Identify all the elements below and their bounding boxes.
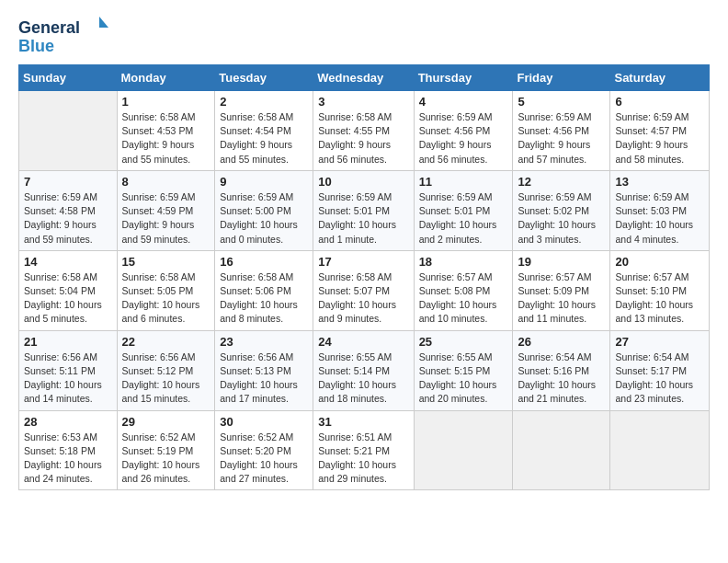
day-info: Sunrise: 6:58 AMSunset: 4:53 PMDaylight:… bbox=[122, 110, 210, 167]
calendar-cell: 20Sunrise: 6:57 AMSunset: 5:10 PMDayligh… bbox=[610, 250, 710, 330]
weekday-header-sunday: Sunday bbox=[19, 65, 118, 91]
calendar-cell: 10Sunrise: 6:59 AMSunset: 5:01 PMDayligh… bbox=[313, 170, 414, 250]
day-number: 21 bbox=[24, 335, 112, 349]
logo-svg: General Blue bbox=[18, 15, 110, 55]
day-info: Sunrise: 6:59 AMSunset: 4:57 PMDaylight:… bbox=[615, 110, 704, 167]
calendar-body: 1Sunrise: 6:58 AMSunset: 4:53 PMDaylight… bbox=[19, 91, 710, 490]
day-number: 5 bbox=[518, 95, 605, 109]
logo-wrapper: General Blue bbox=[18, 15, 110, 55]
day-number: 7 bbox=[24, 175, 112, 189]
day-number: 12 bbox=[518, 175, 605, 189]
calendar-cell: 27Sunrise: 6:54 AMSunset: 5:17 PMDayligh… bbox=[610, 330, 710, 410]
day-info: Sunrise: 6:59 AMSunset: 5:03 PMDaylight:… bbox=[615, 190, 704, 247]
day-info: Sunrise: 6:51 AMSunset: 5:21 PMDaylight:… bbox=[318, 431, 408, 487]
day-info: Sunrise: 6:59 AMSunset: 4:58 PMDaylight:… bbox=[24, 190, 112, 247]
day-info: Sunrise: 6:54 AMSunset: 5:17 PMDaylight:… bbox=[615, 350, 704, 407]
day-number: 22 bbox=[122, 335, 210, 349]
calendar-cell: 9Sunrise: 6:59 AMSunset: 5:00 PMDaylight… bbox=[215, 170, 313, 250]
day-info: Sunrise: 6:52 AMSunset: 5:19 PMDaylight:… bbox=[122, 431, 210, 487]
weekday-row: SundayMondayTuesdayWednesdayThursdayFrid… bbox=[19, 65, 710, 91]
day-number: 25 bbox=[419, 335, 508, 349]
day-info: Sunrise: 6:59 AMSunset: 4:59 PMDaylight:… bbox=[122, 190, 210, 247]
day-number: 6 bbox=[615, 95, 704, 109]
calendar-cell: 15Sunrise: 6:58 AMSunset: 5:05 PMDayligh… bbox=[117, 250, 215, 330]
calendar-cell bbox=[610, 410, 710, 490]
day-info: Sunrise: 6:59 AMSunset: 5:01 PMDaylight:… bbox=[419, 190, 508, 247]
weekday-header-thursday: Thursday bbox=[414, 65, 513, 91]
calendar-cell: 31Sunrise: 6:51 AMSunset: 5:21 PMDayligh… bbox=[313, 410, 414, 490]
calendar-cell: 14Sunrise: 6:58 AMSunset: 5:04 PMDayligh… bbox=[19, 250, 118, 330]
calendar-cell: 25Sunrise: 6:55 AMSunset: 5:15 PMDayligh… bbox=[414, 330, 513, 410]
day-info: Sunrise: 6:58 AMSunset: 5:05 PMDaylight:… bbox=[122, 270, 210, 327]
calendar-cell: 6Sunrise: 6:59 AMSunset: 4:57 PMDaylight… bbox=[610, 91, 710, 171]
calendar-cell: 3Sunrise: 6:58 AMSunset: 4:55 PMDaylight… bbox=[313, 91, 414, 171]
calendar-cell: 18Sunrise: 6:57 AMSunset: 5:08 PMDayligh… bbox=[414, 250, 513, 330]
calendar-cell: 5Sunrise: 6:59 AMSunset: 4:56 PMDaylight… bbox=[513, 91, 610, 171]
calendar-cell: 19Sunrise: 6:57 AMSunset: 5:09 PMDayligh… bbox=[513, 250, 610, 330]
weekday-header-monday: Monday bbox=[117, 65, 215, 91]
svg-marker-1 bbox=[99, 17, 108, 28]
day-number: 20 bbox=[615, 255, 704, 269]
day-info: Sunrise: 6:58 AMSunset: 5:04 PMDaylight:… bbox=[24, 270, 112, 327]
day-number: 4 bbox=[419, 95, 508, 109]
day-info: Sunrise: 6:54 AMSunset: 5:16 PMDaylight:… bbox=[518, 350, 605, 407]
calendar-cell bbox=[19, 91, 118, 171]
svg-text:General: General bbox=[18, 18, 80, 37]
day-number: 1 bbox=[122, 95, 210, 109]
day-number: 10 bbox=[318, 175, 408, 189]
day-number: 26 bbox=[518, 335, 605, 349]
day-number: 27 bbox=[615, 335, 704, 349]
calendar-cell: 30Sunrise: 6:52 AMSunset: 5:20 PMDayligh… bbox=[215, 410, 313, 490]
calendar-header: SundayMondayTuesdayWednesdayThursdayFrid… bbox=[19, 65, 710, 91]
day-info: Sunrise: 6:56 AMSunset: 5:13 PMDaylight:… bbox=[220, 350, 308, 407]
day-number: 29 bbox=[122, 415, 210, 429]
calendar-cell: 23Sunrise: 6:56 AMSunset: 5:13 PMDayligh… bbox=[215, 330, 313, 410]
logo: General Blue bbox=[18, 15, 110, 55]
calendar-cell: 1Sunrise: 6:58 AMSunset: 4:53 PMDaylight… bbox=[117, 91, 215, 171]
calendar-cell: 2Sunrise: 6:58 AMSunset: 4:54 PMDaylight… bbox=[215, 91, 313, 171]
day-number: 14 bbox=[24, 255, 112, 269]
calendar-cell: 26Sunrise: 6:54 AMSunset: 5:16 PMDayligh… bbox=[513, 330, 610, 410]
day-number: 23 bbox=[220, 335, 308, 349]
day-info: Sunrise: 6:55 AMSunset: 5:15 PMDaylight:… bbox=[419, 350, 508, 407]
calendar-cell bbox=[414, 410, 513, 490]
day-info: Sunrise: 6:59 AMSunset: 5:01 PMDaylight:… bbox=[318, 190, 408, 247]
header: General Blue bbox=[18, 15, 710, 55]
day-number: 24 bbox=[318, 335, 408, 349]
weekday-header-friday: Friday bbox=[513, 65, 610, 91]
calendar-cell: 16Sunrise: 6:58 AMSunset: 5:06 PMDayligh… bbox=[215, 250, 313, 330]
calendar-cell: 12Sunrise: 6:59 AMSunset: 5:02 PMDayligh… bbox=[513, 170, 610, 250]
day-info: Sunrise: 6:58 AMSunset: 4:55 PMDaylight:… bbox=[318, 110, 408, 167]
day-info: Sunrise: 6:53 AMSunset: 5:18 PMDaylight:… bbox=[24, 431, 112, 487]
week-row-2: 7Sunrise: 6:59 AMSunset: 4:58 PMDaylight… bbox=[19, 170, 710, 250]
calendar-cell bbox=[513, 410, 610, 490]
day-number: 16 bbox=[220, 255, 308, 269]
calendar-cell: 21Sunrise: 6:56 AMSunset: 5:11 PMDayligh… bbox=[19, 330, 118, 410]
day-number: 15 bbox=[122, 255, 210, 269]
day-number: 28 bbox=[24, 415, 112, 429]
day-info: Sunrise: 6:57 AMSunset: 5:10 PMDaylight:… bbox=[615, 270, 704, 327]
day-info: Sunrise: 6:58 AMSunset: 5:07 PMDaylight:… bbox=[318, 270, 408, 327]
day-info: Sunrise: 6:56 AMSunset: 5:12 PMDaylight:… bbox=[122, 350, 210, 407]
day-info: Sunrise: 6:59 AMSunset: 5:00 PMDaylight:… bbox=[220, 190, 308, 247]
day-info: Sunrise: 6:57 AMSunset: 5:09 PMDaylight:… bbox=[518, 270, 605, 327]
day-info: Sunrise: 6:59 AMSunset: 5:02 PMDaylight:… bbox=[518, 190, 605, 247]
day-number: 18 bbox=[419, 255, 508, 269]
day-info: Sunrise: 6:58 AMSunset: 4:54 PMDaylight:… bbox=[220, 110, 308, 167]
week-row-4: 21Sunrise: 6:56 AMSunset: 5:11 PMDayligh… bbox=[19, 330, 710, 410]
weekday-header-tuesday: Tuesday bbox=[215, 65, 313, 91]
day-number: 8 bbox=[122, 175, 210, 189]
day-number: 17 bbox=[318, 255, 408, 269]
day-info: Sunrise: 6:52 AMSunset: 5:20 PMDaylight:… bbox=[220, 431, 308, 487]
svg-text:Blue: Blue bbox=[18, 37, 54, 55]
day-number: 11 bbox=[419, 175, 508, 189]
calendar-cell: 24Sunrise: 6:55 AMSunset: 5:14 PMDayligh… bbox=[313, 330, 414, 410]
calendar-cell: 8Sunrise: 6:59 AMSunset: 4:59 PMDaylight… bbox=[117, 170, 215, 250]
day-number: 3 bbox=[318, 95, 408, 109]
calendar-table: SundayMondayTuesdayWednesdayThursdayFrid… bbox=[18, 64, 710, 490]
calendar-cell: 13Sunrise: 6:59 AMSunset: 5:03 PMDayligh… bbox=[610, 170, 710, 250]
calendar-cell: 17Sunrise: 6:58 AMSunset: 5:07 PMDayligh… bbox=[313, 250, 414, 330]
weekday-header-saturday: Saturday bbox=[610, 65, 710, 91]
day-number: 2 bbox=[220, 95, 308, 109]
week-row-5: 28Sunrise: 6:53 AMSunset: 5:18 PMDayligh… bbox=[19, 410, 710, 490]
